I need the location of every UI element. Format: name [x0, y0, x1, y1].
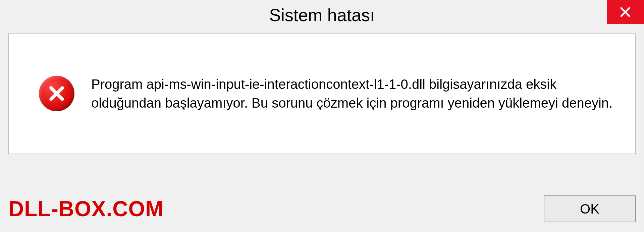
ok-button[interactable]: OK — [544, 195, 636, 222]
error-icon-wrap — [39, 76, 74, 111]
watermark-text: DLL-BOX.COM — [8, 196, 164, 221]
titlebar: Sistem hatası — [0, 0, 644, 30]
dialog-title: Sistem hatası — [269, 5, 375, 25]
error-message: Program api-ms-win-input-ie-interactionc… — [91, 75, 615, 112]
close-button[interactable] — [607, 0, 644, 24]
close-icon — [619, 6, 631, 18]
error-icon — [39, 76, 74, 111]
content-area: Program api-ms-win-input-ie-interactionc… — [8, 33, 636, 154]
footer: DLL-BOX.COM OK — [8, 195, 636, 222]
